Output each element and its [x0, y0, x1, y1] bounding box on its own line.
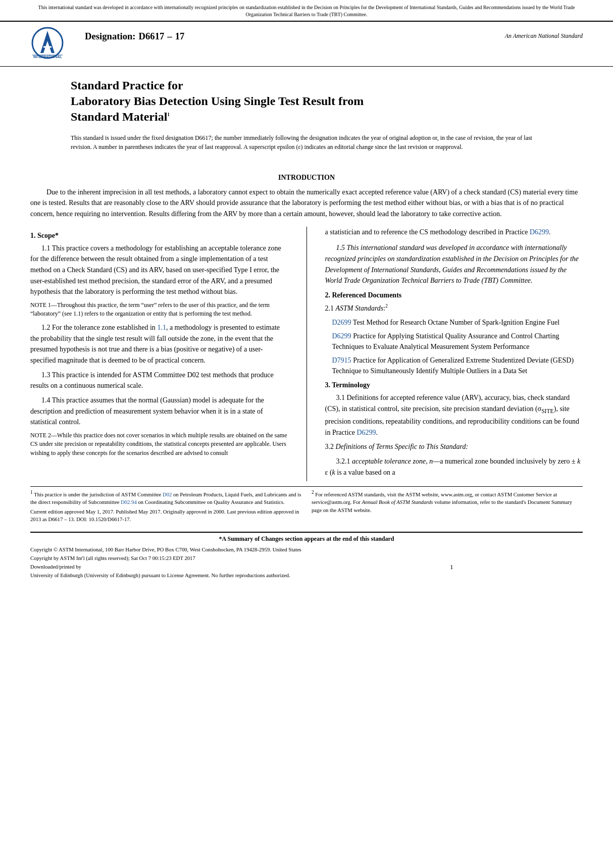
ref-d6299: D6299 Practice for Applying Statistical …	[325, 331, 583, 352]
left-column: 1. Scope* 1.1 This practice covers a met…	[30, 227, 300, 482]
link-d6299-intro[interactable]: D6299	[530, 228, 549, 236]
scope-title: 1. Scope*	[30, 232, 288, 240]
designation-number: D6617	[139, 31, 165, 42]
bottom-bar: *A Summary of Changes section appears at…	[30, 532, 583, 543]
link-d02[interactable]: D02	[163, 492, 172, 497]
scope-para-1-2: 1.2 For the tolerance zone established i…	[30, 322, 288, 366]
footnote-1: 1 This practice is under the jurisdictio…	[30, 489, 301, 506]
copyright-lines-left: Copyright by ASTM Int'l (all rights rese…	[30, 554, 290, 580]
scope-para-right-a: a statistician and to reference the CS m…	[325, 227, 583, 238]
scope-para-1-1: 1.1 This practice covers a methodology f…	[30, 243, 288, 297]
document-page: This international standard was develope…	[0, 0, 613, 868]
top-notice: This international standard was develope…	[0, 0, 613, 21]
astm-logo-icon: INTERNATIONAL	[30, 27, 71, 63]
copyright-line-3: Downloaded/printed by	[30, 563, 290, 571]
introduction-section: INTRODUCTION Due to the inherent impreci…	[0, 174, 613, 220]
american-national-label: An American National Standard	[505, 32, 583, 39]
scope-para-1-5: 1.5 This international standard was deve…	[325, 242, 583, 286]
bottom-bar-text: *A Summary of Changes section appears at…	[219, 535, 394, 542]
link-d2699[interactable]: D2699	[332, 319, 351, 326]
designation-separator: –	[167, 31, 172, 42]
footnote-area: 1 This practice is under the jurisdictio…	[30, 486, 583, 523]
copyright-line-4: University of Edinburgh (University of E…	[30, 572, 290, 580]
copyright-line-1: Copyright © ASTM International, 100 Barr…	[30, 546, 583, 554]
designation-label: Designation:	[85, 31, 136, 42]
document-header: INTERNATIONAL Designation: D6617 – 17 An…	[0, 21, 613, 67]
link-1-1-a[interactable]: 1.1	[157, 324, 166, 331]
scope-note-1: NOTE 1—Throughout this practice, the ter…	[30, 301, 288, 319]
link-d6299[interactable]: D6299	[332, 332, 351, 340]
ref-d7915: D7915 Practice for Application of Genera…	[325, 355, 583, 376]
title-section: Standard Practice for Laboratory Bias De…	[0, 67, 613, 167]
svg-text:INTERNATIONAL: INTERNATIONAL	[33, 55, 62, 59]
link-d7915[interactable]: D7915	[332, 356, 351, 364]
copyright-section: Copyright © ASTM International, 100 Barr…	[0, 543, 613, 583]
logo-area: INTERNATIONAL	[30, 27, 76, 63]
designation-area: Designation: D6617 – 17	[85, 27, 251, 42]
terminology-para-3-2-1: 3.2.1 acceptable tolerance zone, n—a num…	[325, 456, 583, 478]
scope-para-1-4: 1.4 This practice assumes that the norma…	[30, 395, 288, 428]
fn2-superscript: 2	[385, 303, 388, 309]
page-number: 1	[450, 563, 453, 571]
svg-marker-1	[40, 31, 55, 53]
title-superscript: 1	[167, 112, 170, 117]
terminology-title: 3. Terminology	[325, 381, 583, 389]
referenced-docs-title: 2. Referenced Documents	[325, 291, 583, 299]
document-title: Standard Practice for Laboratory Bias De…	[71, 78, 542, 125]
scope-para-1-3: 1.3 This practice is intended for ASTM C…	[30, 370, 288, 391]
introduction-text: Due to the inherent imprecision in all t…	[30, 187, 583, 220]
column-divider	[306, 227, 307, 482]
introduction-heading: INTRODUCTION	[30, 174, 583, 182]
two-column-layout: 1. Scope* 1.1 This practice covers a met…	[0, 227, 613, 482]
page-number-area: 1	[450, 562, 453, 572]
astm-standards-intro: 2.1 ASTM Standards:2	[325, 302, 583, 314]
right-column: a statistician and to reference the CS m…	[313, 227, 583, 482]
footnote-1-cont: Current edition approved May 1, 2017. Pu…	[30, 508, 301, 524]
footnote-left: 1 This practice is under the jurisdictio…	[30, 489, 301, 523]
footnote-2: 2 For referenced ASTM standards, visit t…	[312, 489, 583, 514]
title-note: This standard is issued under the fixed …	[71, 133, 542, 151]
terminology-para-3-2: 3.2 Definitions of Terms Specific to Thi…	[325, 441, 583, 452]
link-d0294[interactable]: D02.94	[121, 499, 137, 505]
designation-year: 17	[175, 31, 185, 42]
footnote-right: 2 For referenced ASTM standards, visit t…	[312, 489, 583, 523]
top-notice-text: This international standard was develope…	[38, 5, 575, 17]
copyright-line-2: Copyright by ASTM Int'l (all rights rese…	[30, 554, 290, 563]
terminology-para-3-1: 3.1 Definitions for accepted reference v…	[325, 392, 583, 438]
ref-d2699: D2699 Test Method for Research Octane Nu…	[325, 317, 583, 328]
link-d6299-3-1[interactable]: D6299	[356, 429, 376, 436]
scope-note-2: NOTE 2—While this practice does not cove…	[30, 431, 288, 457]
